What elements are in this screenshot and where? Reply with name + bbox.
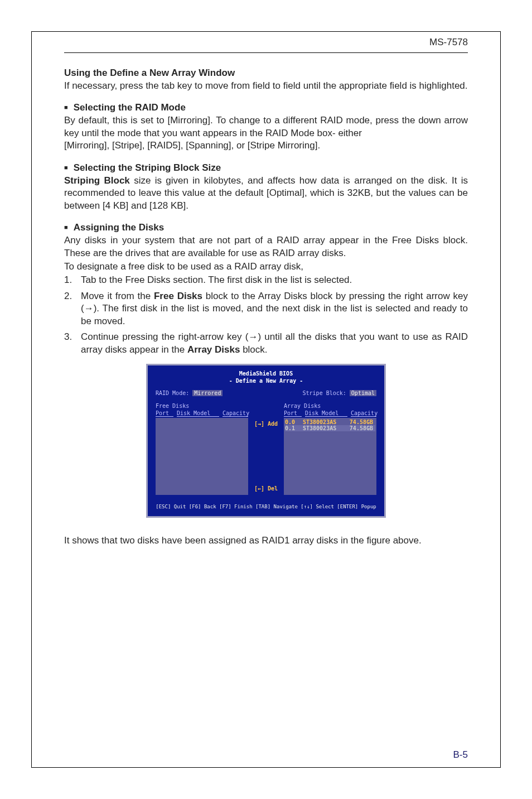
bios-title-2: - Define a New Array - [156,377,376,384]
bios-footer: [ESC] Quit [F6] Back [F7] Finish [TAB] N… [156,504,376,509]
bios-free-header: Port Disk Model Capacity [156,410,248,417]
bios-array-header: Port Disk Model Capacity [284,410,376,417]
section4-body-a: Any disks in your system that are not pa… [64,234,468,259]
bios-title-1: MediaShield BIOS [156,370,376,377]
bios-del-action: [←] Del [254,485,278,492]
bios-array-row: 0.0 ST380023AS 74.58GB [285,419,375,425]
section3-lead: Striping Block [64,175,130,186]
section2-body-b: [Mirroring], [Stripe], [RAID5], [Spannin… [64,139,468,152]
section4-body-b: To designate a free disk to be used as a… [64,261,468,273]
bios-free-disks-title: Free Disks [156,403,248,409]
header-model: MS-7578 [64,37,468,48]
section3-body: Striping Block size is given in kilobyte… [64,175,468,212]
bios-stripe-label: Stripe Block: [303,390,346,396]
divider [64,52,468,53]
section4-title: Assigning the Disks [64,222,468,233]
step-1-text: Tab to the Free Disks section. The first… [81,274,468,286]
step-3-text: Continue pressing the right-arrow key (→… [81,331,468,356]
bios-array-box: 0.0 ST380023AS 74.58GB 0.1 ST380023AS 74… [284,418,376,495]
bios-free-box [156,418,248,495]
steps-list: 1.Tab to the Free Disks section. The fir… [64,274,468,356]
page-number: B-5 [453,749,468,761]
step-num: 1. [64,274,81,286]
bios-stripe-value: Optimal [350,390,376,396]
bios-raid-mode-value: Mirrored [192,390,223,396]
section1-body: If necessary, press the tab key to move … [64,80,468,92]
bios-add-action: [→] Add [254,421,278,427]
step-num: 3. [64,331,81,356]
step-3: 3.Continue pressing the right-arrow key … [64,331,468,356]
step-1: 1.Tab to the Free Disks section. The fir… [64,274,468,286]
step-2: 2.Move it from the Free Disks block to t… [64,290,468,328]
bios-array-row: 0.1 ST380023AS 74.58GB [285,425,375,431]
section3-title: Selecting the Striping Block Size [64,162,468,174]
bios-array-disks-title: Array Disks [284,403,376,409]
section1-title: Using the Define a New Array Window [64,68,468,79]
step-2-text: Move it from the Free Disks block to the… [81,290,468,328]
section2-title: Selecting the RAID Mode [64,102,468,113]
section2-body-a: By default, this is set to [Mirroring]. … [64,114,468,139]
closing-text: It shows that two disks have been assign… [64,535,468,547]
bios-screenshot: MediaShield BIOS - Define a New Array - … [146,364,386,518]
bios-raid-mode-label: RAID Mode: [156,390,189,396]
step-num: 2. [64,290,81,328]
